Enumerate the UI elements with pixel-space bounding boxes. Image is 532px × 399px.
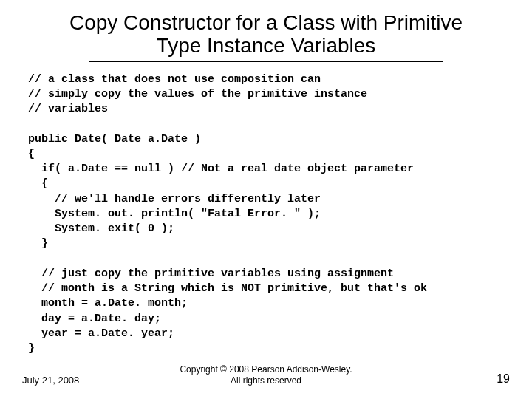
code-line: month = a.Date. month; <box>28 297 188 310</box>
code-block: // a class that does not use composition… <box>28 72 510 357</box>
slide-title: Copy Constructor for a Class with Primit… <box>37 12 495 58</box>
code-line: public Date( Date a.Date ) <box>28 133 201 146</box>
code-line: System. out. println( "Fatal Error. " ); <box>28 208 321 220</box>
code-line: day = a.Date. day; <box>28 313 161 325</box>
footer: July 21, 2008 Copyright © 2008 Pearson A… <box>22 364 510 386</box>
page-number: 19 <box>429 372 510 386</box>
code-line: // just copy the primitive variables usi… <box>28 267 394 280</box>
footer-copyright: Copyright © 2008 Pearson Addison-Wesley.… <box>103 364 429 386</box>
copyright-line-2: All rights reserved <box>231 375 301 386</box>
code-line: // simply copy the values of the primiti… <box>28 88 367 100</box>
title-line-1: Copy Constructor for a Class with Primit… <box>69 11 463 34</box>
code-line: { <box>28 148 35 160</box>
title-underline <box>89 61 443 62</box>
title-line-2: Type Instance Variables <box>157 34 376 57</box>
copyright-line-1: Copyright © 2008 Pearson Addison-Wesley. <box>180 364 352 375</box>
code-line: // variables <box>28 103 108 115</box>
code-line: { <box>28 177 48 190</box>
code-line: } <box>28 237 48 250</box>
code-line: // month is a String which is NOT primit… <box>28 282 427 295</box>
footer-date: July 21, 2008 <box>22 375 103 386</box>
code-line: if( a.Date == null ) // Not a real date … <box>28 163 414 175</box>
code-line: // we'll handle errors differently later <box>28 193 321 205</box>
code-line: // a class that does not use composition… <box>28 73 321 86</box>
slide: Copy Constructor for a Class with Primit… <box>0 0 532 399</box>
code-line: } <box>28 342 35 355</box>
code-line: System. exit( 0 ); <box>28 222 174 235</box>
code-line: year = a.Date. year; <box>28 327 174 340</box>
